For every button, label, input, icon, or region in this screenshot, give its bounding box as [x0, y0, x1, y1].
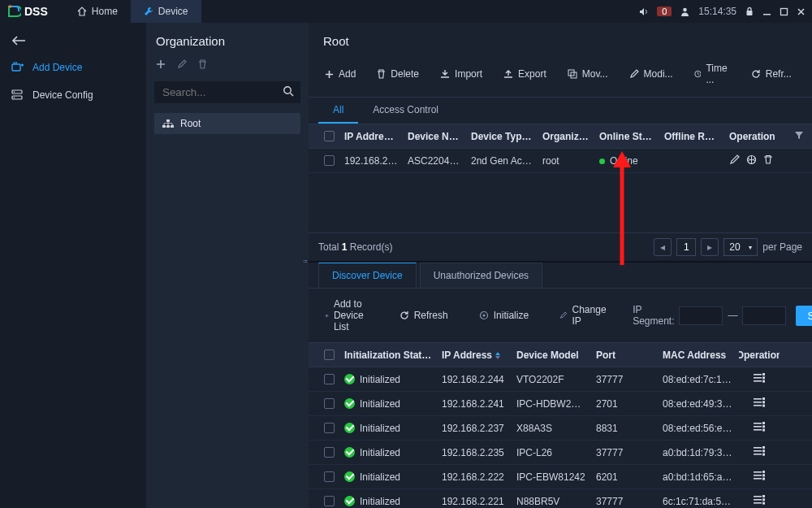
lock-icon[interactable]	[745, 7, 754, 16]
row-checkbox[interactable]	[324, 471, 335, 482]
refresh-button[interactable]: Refr...	[745, 65, 798, 83]
add-org-icon[interactable]	[156, 59, 166, 72]
svg-rect-42	[762, 425, 765, 428]
select-all-checkbox[interactable]	[324, 131, 335, 141]
user-icon[interactable]	[680, 7, 690, 17]
delete-org-icon[interactable]	[198, 59, 207, 72]
pager-size-select[interactable]: 20▾	[723, 238, 758, 256]
svg-rect-38	[754, 423, 762, 424]
move-button[interactable]: Mov...	[561, 65, 615, 83]
trash-icon[interactable]	[763, 154, 773, 167]
org-tree-root[interactable]: Root	[154, 113, 300, 134]
ip-segment-from[interactable]	[679, 306, 723, 325]
organization-tools	[146, 56, 309, 78]
pager-prev[interactable]: ◂	[654, 238, 672, 256]
col-port[interactable]: Port	[591, 350, 658, 361]
col-online-status[interactable]: Online Status▾	[594, 131, 659, 142]
col-operation: Operation	[724, 131, 783, 142]
svg-rect-51	[754, 475, 762, 476]
cell-ip: 192.168.2.237	[437, 423, 512, 434]
discover-table-row[interactable]: Initialized192.168.2.221N88BR5V377776c:1…	[309, 489, 812, 508]
delete-button[interactable]: Delete	[370, 65, 425, 83]
settings-icon[interactable]	[754, 446, 766, 458]
check-circle-icon	[344, 374, 355, 384]
cell-status: Online	[594, 155, 659, 167]
cell-model: IPC-L26	[512, 447, 591, 458]
discover-table-row[interactable]: Initialized192.168.2.222IPC-EBW812426201…	[309, 465, 812, 489]
edit-org-icon[interactable]	[177, 59, 187, 72]
volume-icon[interactable]	[638, 7, 649, 17]
filter-icon[interactable]	[794, 130, 804, 142]
cell-mac: 6c:1c:71:da:51:aa	[658, 496, 739, 507]
cell-port: 6201	[591, 471, 658, 483]
row-checkbox[interactable]	[324, 398, 335, 409]
maximize-icon[interactable]	[780, 7, 788, 16]
drag-handle-icon[interactable]: ⠿	[301, 259, 308, 263]
svg-rect-29	[762, 373, 765, 376]
tab-access-control[interactable]: Access Control	[358, 98, 453, 124]
minimize-icon[interactable]	[762, 7, 771, 16]
cell-type: 2nd Gen Acce...	[466, 155, 538, 167]
search-button[interactable]: Search	[796, 306, 812, 326]
row-checkbox[interactable]	[324, 496, 335, 506]
modify-button[interactable]: Modi...	[623, 65, 680, 83]
edit-icon[interactable]	[729, 154, 740, 167]
change-ip-button[interactable]: Change IP	[553, 301, 615, 330]
svg-rect-33	[754, 402, 762, 403]
tab-unauthorized-devices[interactable]: Unauthorized Devices	[420, 263, 542, 288]
col-disc-op: Operation	[739, 350, 780, 361]
back-button[interactable]	[0, 29, 146, 54]
more-icon[interactable]	[806, 69, 812, 79]
row-checkbox[interactable]	[324, 374, 335, 384]
col-device-type[interactable]: Device Type ▾	[466, 131, 538, 142]
discover-table-row[interactable]: Initialized192.168.2.244VTO2202F3777708:…	[309, 367, 812, 392]
col-disc-ip[interactable]: IP Address	[437, 350, 512, 361]
tab-all[interactable]: All	[318, 98, 358, 124]
nav-home[interactable]: Home	[64, 0, 131, 23]
discover-table-row[interactable]: Initialized192.168.2.235IPC-L2637777a0:b…	[309, 441, 812, 465]
org-icon	[162, 119, 174, 128]
settings-icon[interactable]	[754, 471, 766, 483]
col-mac[interactable]: MAC Address	[658, 350, 739, 361]
discover-refresh-button[interactable]: Refresh	[393, 306, 455, 324]
cell-init: Initialized	[339, 423, 437, 434]
pager-current[interactable]: 1	[676, 238, 696, 256]
cell-init: Initialized	[339, 496, 437, 507]
add-to-device-list-button[interactable]: Add to Device List	[318, 295, 375, 336]
notification-badge[interactable]: 0	[657, 7, 672, 16]
row-checkbox[interactable]	[324, 155, 335, 166]
home-icon	[77, 7, 87, 16]
col-init-status[interactable]: Initialization Status▾	[339, 350, 437, 361]
discover-table-row[interactable]: Initialized192.168.2.237X88A3S883108:ed:…	[309, 416, 812, 441]
close-icon[interactable]	[797, 7, 806, 16]
import-button[interactable]: Import	[434, 65, 489, 83]
col-ip[interactable]: IP Address	[339, 131, 403, 142]
sidebar-item-device-config[interactable]: Device Config	[0, 81, 146, 109]
add-button[interactable]: Add	[318, 65, 362, 83]
org-tree-root-label: Root	[180, 118, 201, 129]
nav-device[interactable]: Device	[131, 0, 201, 23]
settings-icon[interactable]	[754, 373, 766, 385]
browser-icon[interactable]	[746, 154, 757, 167]
discover-select-all-checkbox[interactable]	[324, 350, 335, 360]
col-offline-reason[interactable]: Offline Reason	[659, 131, 724, 142]
discover-table-row[interactable]: Initialized192.168.2.241IPC-HDBW2831...2…	[309, 392, 812, 416]
org-search-input[interactable]	[154, 81, 300, 103]
row-checkbox[interactable]	[324, 423, 335, 433]
pager-next[interactable]: ▸	[701, 238, 719, 256]
col-device-name[interactable]: Device Name	[403, 131, 466, 142]
time-button[interactable]: Time ...	[688, 59, 736, 89]
settings-icon[interactable]	[754, 397, 766, 410]
col-organization[interactable]: Organization	[538, 131, 594, 142]
ip-segment-to[interactable]	[742, 306, 786, 325]
sidebar-item-add-device[interactable]: Add Device	[0, 54, 146, 81]
initialize-button[interactable]: Initialize	[473, 306, 535, 324]
row-checkbox[interactable]	[324, 447, 335, 458]
device-table-row[interactable]: 192.168.2.245 ASC2204C-S 2nd Gen Acce...…	[309, 149, 812, 173]
settings-icon[interactable]	[754, 495, 766, 507]
col-device-model[interactable]: Device Model	[512, 350, 591, 361]
export-button[interactable]: Export	[497, 65, 553, 83]
check-circle-icon	[344, 471, 355, 482]
settings-icon[interactable]	[754, 422, 766, 434]
tab-discover-device[interactable]: Discover Device	[318, 263, 417, 288]
